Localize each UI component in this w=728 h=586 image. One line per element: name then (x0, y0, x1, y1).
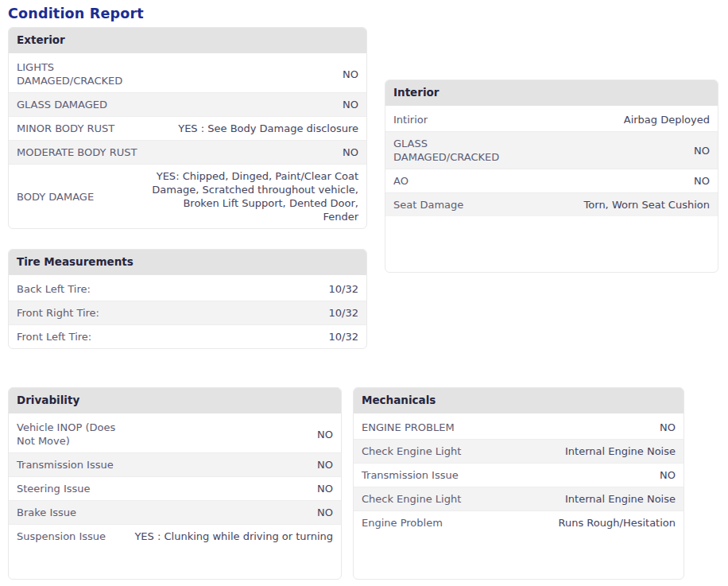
row-label: LIGHTS DAMAGED/CRACKED (9, 56, 144, 92)
row-value: Internal Engine Noise (489, 440, 683, 463)
row-label: Back Left Tire: (9, 277, 144, 301)
table-row: Transmission IssueNO (9, 452, 341, 476)
row-value: NO (120, 501, 341, 524)
tire-measurements-table-body: Back Left Tire:10/32Front Right Tire:10/… (9, 277, 366, 348)
drivability-table: Drivability Vehicle INOP (Does Not Move)… (8, 387, 342, 580)
row-label: Brake Issue (9, 501, 120, 524)
table-row: Engine ProblemRuns Rough/Hesitation (354, 510, 683, 534)
table-title: Tire Measurements (17, 255, 134, 268)
row-label: ENGINE PROBLEM (354, 416, 489, 439)
row-label: AO (385, 169, 521, 192)
table-title: Drivability (17, 394, 79, 406)
row-value: 10/32 (144, 301, 366, 324)
row-value: NO (521, 139, 718, 162)
mechanicals-table-body: ENGINE PROBLEMNOCheck Engine LightIntern… (354, 416, 683, 534)
exterior-table-header: Exterior (9, 28, 366, 56)
table-row: Brake IssueNO (9, 500, 341, 524)
row-value: 10/32 (144, 325, 366, 348)
table-title: Interior (393, 86, 439, 99)
row-label: MINOR BODY RUST (9, 117, 144, 140)
row-label: Seat Damage (385, 193, 521, 216)
row-label: Check Engine Light (354, 440, 489, 463)
row-label: Vehicle INOP (Does Not Move) (9, 416, 120, 452)
table-row: Steering IssueNO (9, 476, 341, 500)
row-value: NO (521, 169, 718, 192)
tire-measurements-table-header: Tire Measurements (9, 250, 366, 277)
table-row: GLASS DAMAGED/CRACKEDNO (385, 131, 718, 169)
row-label: MODERATE BODY RUST (9, 141, 144, 164)
table-row: BODY DAMAGEYES: Chipped, Dinged, Paint/C… (9, 164, 366, 228)
row-value: YES : See Body Damage disclosure (144, 117, 366, 140)
table-row: MINOR BODY RUSTYES : See Body Damage dis… (9, 116, 366, 140)
row-value: 10/32 (144, 277, 366, 301)
tire-measurements-table: Tire Measurements Back Left Tire:10/32Fr… (8, 249, 367, 349)
row-value: Runs Rough/Hesitation (489, 511, 683, 534)
row-value: NO (144, 93, 366, 116)
row-label: Steering Issue (9, 477, 120, 500)
row-label: Front Left Tire: (9, 325, 144, 348)
row-value: NO (144, 141, 366, 164)
exterior-table: Exterior LIGHTS DAMAGED/CRACKEDNOGLASS D… (8, 27, 367, 229)
interior-table-body: IntiriorAirbag DeployedGLASS DAMAGED/CRA… (385, 108, 718, 216)
row-label: Transmission Issue (354, 464, 489, 487)
table-row: Check Engine LightInternal Engine Noise (354, 439, 683, 463)
table-row: Front Right Tire:10/32 (9, 301, 366, 324)
table-title: Exterior (17, 33, 65, 46)
table-row: ENGINE PROBLEMNO (354, 416, 683, 439)
row-value: Torn, Worn Seat Cushion (521, 193, 718, 216)
row-label: Check Engine Light (354, 487, 489, 510)
row-value: YES : Clunking while driving or turning (120, 525, 341, 548)
row-value: YES: Chipped, Dinged, Paint/Clear Coat D… (144, 165, 366, 228)
row-value: Airbag Deployed (521, 108, 718, 131)
row-value: Internal Engine Noise (489, 487, 683, 510)
table-row: LIGHTS DAMAGED/CRACKEDNO (9, 56, 366, 92)
row-value: NO (120, 423, 341, 446)
table-row: AONO (385, 169, 718, 192)
row-label: Engine Problem (354, 511, 489, 534)
table-row: Suspension IssueYES : Clunking while dri… (9, 524, 341, 548)
table-row: Front Left Tire:10/32 (9, 324, 366, 348)
row-label: GLASS DAMAGED (9, 93, 144, 116)
row-label: GLASS DAMAGED/CRACKED (385, 132, 521, 169)
row-label: BODY DAMAGE (9, 185, 144, 208)
table-row: Seat DamageTorn, Worn Seat Cushion (385, 192, 718, 216)
table-row: MODERATE BODY RUSTNO (9, 140, 366, 164)
row-label: Front Right Tire: (9, 301, 144, 324)
row-label: Transmission Issue (9, 453, 120, 476)
row-value: NO (120, 477, 341, 500)
row-label: Suspension Issue (9, 525, 120, 548)
row-value: NO (144, 63, 366, 86)
drivability-table-header: Drivability (9, 388, 341, 416)
page-title: Condition Report (8, 6, 144, 21)
row-value: NO (120, 453, 341, 476)
table-row: Vehicle INOP (Does Not Move)NO (9, 416, 341, 452)
table-row: GLASS DAMAGEDNO (9, 92, 366, 116)
mechanicals-table-header: Mechanicals (354, 388, 683, 416)
table-row: Transmission IssueNO (354, 463, 683, 487)
exterior-table-body: LIGHTS DAMAGED/CRACKEDNOGLASS DAMAGEDNOM… (9, 56, 366, 228)
table-row: Check Engine LightInternal Engine Noise (354, 487, 683, 510)
drivability-table-body: Vehicle INOP (Does Not Move)NOTransmissi… (9, 416, 341, 548)
row-label: Intirior (385, 108, 521, 131)
table-row: Back Left Tire:10/32 (9, 277, 366, 301)
interior-table: Interior IntiriorAirbag DeployedGLASS DA… (385, 80, 718, 273)
table-title: Mechanicals (362, 394, 436, 406)
row-value: NO (489, 464, 683, 487)
mechanicals-table: Mechanicals ENGINE PROBLEMNOCheck Engine… (353, 387, 684, 580)
interior-table-header: Interior (385, 80, 718, 108)
table-row: IntiriorAirbag Deployed (385, 108, 718, 131)
row-value: NO (489, 416, 683, 439)
